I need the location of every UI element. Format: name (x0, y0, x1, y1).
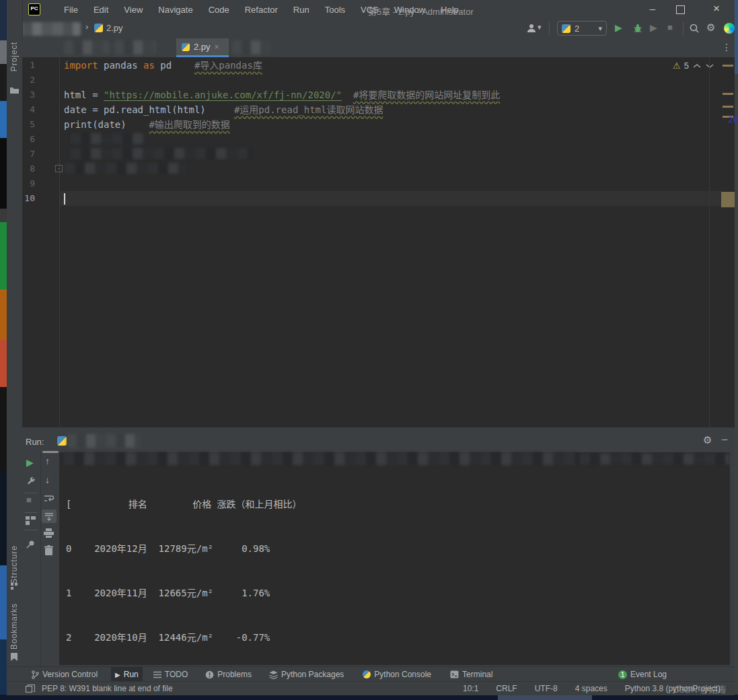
censored-console-command (64, 452, 579, 465)
censored-tab[interactable] (64, 40, 110, 55)
run-tab-indicator (42, 451, 59, 453)
console-output: [ 排名 价格 涨跌（和上月相比） 0 2020年12月 12789元/m² 0… (66, 467, 302, 700)
run-icon: ▶ (115, 671, 120, 678)
csdn-watermark: CSDN @姑毒 (673, 682, 727, 695)
minimize-button[interactable]: – (642, 0, 663, 18)
toolwindow-python-console[interactable]: Python Console (359, 667, 435, 682)
run-configuration-select[interactable]: 2 ▾ (557, 21, 607, 36)
gutter-separator (59, 57, 60, 427)
censored-tab[interactable] (114, 40, 156, 55)
stripe-watermark-text: 20 (728, 114, 738, 125)
debug-button[interactable] (632, 23, 643, 34)
tab-active-2py[interactable]: 2.py × (176, 38, 229, 57)
editor-tab-bar: 2.py × ⋮ (22, 38, 735, 58)
stop-process-button[interactable]: ■ (26, 495, 32, 505)
menu-run[interactable]: Run (293, 5, 309, 15)
toolbar-separator (549, 22, 550, 36)
config-dropdown-icon: ▾ (598, 24, 602, 33)
toolwindow-run[interactable]: ▶ Run (111, 667, 143, 682)
prev-warning-icon[interactable] (692, 63, 702, 69)
code-line-1: import pandas as pd #导入pandas库 (64, 58, 262, 73)
menu-edit[interactable]: Edit (94, 5, 108, 15)
error-stripe-mark[interactable] (723, 93, 733, 95)
indent-setting[interactable]: 4 spaces (575, 684, 607, 693)
run-configuration-name: 2 (575, 24, 579, 34)
scroll-up-icon[interactable]: ↑ (45, 456, 50, 466)
clear-all-trash-icon[interactable] (44, 545, 53, 555)
breadcrumb-file[interactable]: 2.py (106, 23, 123, 33)
editor-scrollbar-thumb[interactable] (721, 192, 735, 207)
error-stripe-mark[interactable] (723, 65, 733, 67)
censored-console-command (580, 454, 730, 464)
app-logo-icon: PC (28, 3, 40, 15)
toolwindow-terminal[interactable]: Terminal (446, 667, 496, 682)
menu-view[interactable]: View (124, 5, 143, 15)
python-console-icon (363, 670, 371, 678)
censored-code (65, 163, 187, 174)
user-dropdown-icon[interactable]: ▾ (538, 23, 542, 32)
sidebar-item-bookmarks[interactable]: Bookmarks (9, 603, 19, 650)
run-button[interactable]: ▶ (615, 22, 622, 33)
fold-marker-icon[interactable]: - (55, 165, 63, 172)
problems-icon (205, 670, 214, 679)
search-everywhere-icon[interactable] (689, 23, 700, 34)
run-panel-hide-icon[interactable]: – (722, 433, 727, 444)
scroll-to-end-icon[interactable] (42, 510, 57, 523)
bookmark-icon (11, 653, 17, 661)
toolbar-separator (683, 22, 684, 36)
toolwindow-python-packages[interactable]: Python Packages (265, 667, 348, 682)
print-icon[interactable] (44, 528, 54, 538)
close-button[interactable]: × (706, 0, 727, 18)
tool-window-bar: Version Control ▶ Run TODO Problems Pyth… (7, 666, 735, 682)
user-icon[interactable] (526, 23, 537, 34)
desktop-edge-right (735, 0, 738, 700)
run-panel-settings-icon[interactable]: ⚙ (703, 434, 712, 446)
console-row: 1 2020年11月 12665元/m² 1.76% (66, 586, 302, 600)
terminal-icon (450, 670, 459, 678)
toolwindow-version-control[interactable]: Version Control (27, 667, 102, 682)
settings-gear-icon[interactable]: ⚙ (706, 22, 715, 34)
sidebar-item-structure[interactable]: Structure (9, 545, 19, 584)
censored-tab[interactable] (232, 40, 271, 55)
menu-navigate[interactable]: Navigate (158, 5, 192, 15)
soft-wrap-icon[interactable] (44, 493, 54, 503)
python-run-tab-icon (57, 436, 67, 446)
pin-tab-icon[interactable] (26, 539, 36, 549)
tab-close-icon[interactable]: × (215, 42, 219, 52)
menu-refactor[interactable]: Refactor (245, 5, 278, 15)
toolwindow-todo[interactable]: TODO (149, 667, 192, 682)
toolwindow-problems[interactable]: Problems (201, 667, 256, 682)
event-log-button[interactable]: 1 Event Log (614, 667, 671, 682)
toolbar-divider (24, 530, 38, 530)
censored-code (71, 133, 146, 144)
stop-button[interactable]: ■ (667, 22, 673, 32)
rerun-button[interactable]: ▶ (26, 457, 34, 468)
current-line-highlight (59, 191, 721, 206)
censored-code (71, 148, 251, 159)
breadcrumb-chevron-icon: › (85, 22, 88, 32)
toolbar-column-separator (40, 453, 41, 667)
warning-icon: ⚠ (673, 61, 681, 71)
restore-layout-icon[interactable] (26, 516, 36, 525)
structure-icon (11, 583, 17, 590)
window-stack-icon[interactable] (26, 685, 35, 693)
pycharm-window: { "titlebar": { "app_icon": "PC", "menus… (0, 0, 738, 700)
console-header-row: [ 排名 价格 涨跌（和上月相比） (66, 497, 302, 512)
menu-tools[interactable]: Tools (325, 5, 345, 15)
edit-configuration-wrench-icon[interactable] (26, 477, 36, 487)
tab-options-more-icon[interactable]: ⋮ (722, 42, 731, 53)
ide-features-sphere-icon[interactable] (724, 23, 735, 34)
scroll-down-icon[interactable]: ↓ (45, 475, 50, 485)
sidebar-item-project[interactable]: Project (9, 42, 19, 71)
caret-position[interactable]: 10:1 (463, 684, 478, 693)
error-stripe-mark[interactable] (723, 106, 733, 108)
packages-layers-icon (269, 670, 278, 679)
menu-code[interactable]: Code (209, 5, 229, 15)
file-encoding[interactable]: UTF-8 (535, 684, 558, 693)
run-with-coverage-button[interactable]: ▶ (650, 22, 657, 33)
inspections-widget[interactable]: ⚠ 5 (673, 61, 714, 71)
line-ending[interactable]: CRLF (496, 684, 517, 693)
window-title: 第5章 - 2.py - Administrator (368, 5, 474, 18)
menu-file[interactable]: File (64, 5, 78, 15)
maximize-button[interactable] (676, 5, 685, 14)
